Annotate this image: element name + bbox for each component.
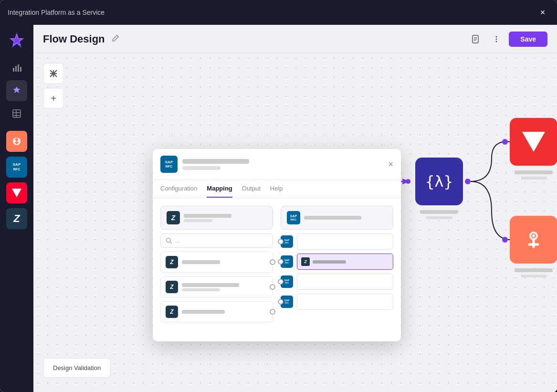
edit-title-button[interactable] — [110, 32, 121, 45]
sidebar-sap-connector[interactable]: SAPRFC — [6, 157, 27, 178]
flow-node-vtex[interactable] — [510, 118, 557, 180]
mapping-dest-icon: SAP RFC — [287, 211, 300, 224]
mapping-source-subtitle — [184, 219, 212, 222]
flow-node-hubspot[interactable] — [510, 216, 557, 277]
dest-input-4[interactable] — [297, 294, 393, 310]
field-icon-2: Z — [166, 281, 178, 293]
header-actions: Save — [467, 31, 547, 48]
field-label-2a — [182, 283, 239, 287]
title-bar: Integration Platform as a Service × — [0, 0, 557, 25]
mapping-search-box[interactable]: ... — [160, 233, 273, 248]
mapping-source-icon: Z — [167, 211, 180, 224]
tab-output[interactable]: Output — [242, 180, 261, 198]
svg-point-46 — [167, 238, 171, 243]
tab-configuration[interactable]: Configuration — [160, 180, 197, 198]
tab-help[interactable]: Help — [270, 180, 283, 198]
design-validation-text: Design Validation — [53, 364, 101, 371]
modal-body: Z — [153, 198, 401, 341]
field-label-3 — [182, 310, 225, 314]
mapping-field-row-2[interactable]: Z — [160, 276, 273, 297]
mapping-dest-title — [304, 216, 361, 220]
flow-header: Flow Design — [33, 25, 557, 53]
sidebar-hubspot-connector[interactable] — [6, 131, 27, 152]
mapping-modal: SAP RFC × Configuration Mappin — [153, 149, 401, 341]
modal-close-button[interactable]: × — [388, 159, 393, 170]
more-options-button[interactable] — [488, 31, 505, 48]
design-validation-panel: Design Validation — [43, 358, 111, 378]
svg-point-11 — [15, 138, 18, 141]
dest-connector-dot-1[interactable] — [278, 239, 284, 244]
field-icon-1: Z — [166, 256, 178, 268]
svg-rect-4 — [18, 64, 19, 72]
dest-connector-dot-3[interactable] — [278, 279, 284, 285]
save-button[interactable]: Save — [509, 32, 547, 47]
canvas-toolbar: + — [43, 63, 64, 109]
svg-point-18 — [496, 36, 497, 37]
dest-input-2-filled[interactable]: Z — [297, 254, 393, 270]
sidebar-vtex-connector[interactable] — [6, 182, 27, 203]
svg-rect-5 — [20, 67, 21, 72]
dest-connector-dot-4[interactable] — [278, 299, 284, 305]
modal-title-bar — [182, 159, 249, 164]
mapping-dest-row-2: SAPRFC Z — [281, 254, 393, 270]
app-area: SAPRFC Z Flow Design — [0, 25, 557, 392]
mapping-dest-header: SAP RFC — [281, 206, 393, 230]
mapping-dest-row-3: SAPRFC — [281, 274, 393, 290]
modal-title-area — [182, 159, 383, 170]
search-placeholder: ... — [175, 237, 180, 244]
sidebar-analytics-button[interactable] — [6, 57, 27, 78]
left-sidebar: SAPRFC Z — [0, 25, 33, 392]
page-title: Flow Design — [43, 33, 105, 45]
window-title: Integration Platform as a Service — [8, 9, 536, 16]
field-connector-dot-1[interactable] — [270, 259, 275, 265]
mapping-left-panel: Z — [160, 206, 273, 334]
field-connector-dot-2[interactable] — [270, 284, 275, 290]
window-close-button[interactable]: × — [536, 6, 549, 19]
mapping-dest-row-1: SAPRFC — [281, 233, 393, 250]
svg-rect-3 — [15, 66, 17, 72]
tab-mapping[interactable]: Mapping — [207, 180, 232, 198]
mapping-field-row-1[interactable]: Z — [160, 252, 273, 273]
modal-subtitle-bar — [182, 166, 221, 170]
svg-point-20 — [496, 41, 497, 42]
modal-tabs: Configuration Mapping Output Help — [153, 180, 401, 198]
dest-input-3[interactable] — [297, 274, 393, 290]
svg-rect-6 — [13, 110, 21, 117]
field-icon-3: Z — [166, 306, 178, 318]
mapping-source-header: Z — [160, 206, 273, 230]
documentation-button[interactable] — [467, 31, 484, 48]
flow-node-lambda[interactable]: {λ} — [415, 158, 463, 219]
mapping-right-panel: SAP RFC — [281, 206, 393, 334]
svg-rect-2 — [13, 68, 14, 72]
field-label-2b — [182, 288, 220, 291]
mapping-dest-row-4: SAPRFC — [281, 294, 393, 310]
sidebar-table-button[interactable] — [6, 103, 27, 124]
svg-point-45 — [532, 234, 535, 237]
zendesk-badge: Z — [301, 257, 310, 266]
tools-button[interactable] — [43, 63, 64, 84]
app-logo — [7, 31, 26, 50]
sidebar-integrations-button[interactable] — [6, 80, 27, 101]
canvas-area: + — [33, 53, 557, 392]
add-node-button[interactable]: + — [43, 88, 64, 109]
modal-source-icon: SAP RFC — [160, 156, 178, 173]
mapping-source-title — [184, 214, 231, 218]
dest-input-1[interactable] — [297, 233, 393, 250]
svg-point-19 — [496, 38, 497, 40]
dest-connector-dot-2[interactable] — [278, 259, 284, 265]
main-content: Flow Design — [33, 25, 557, 392]
mapping-field-row-3[interactable]: Z — [160, 301, 273, 322]
field-connector-dot-3[interactable] — [270, 309, 275, 315]
modal-header: SAP RFC × — [153, 149, 401, 180]
sidebar-zendesk-connector[interactable]: Z — [6, 208, 27, 229]
svg-line-47 — [170, 242, 172, 244]
zendesk-mapped-value — [313, 260, 346, 264]
field-label-1 — [182, 260, 220, 264]
